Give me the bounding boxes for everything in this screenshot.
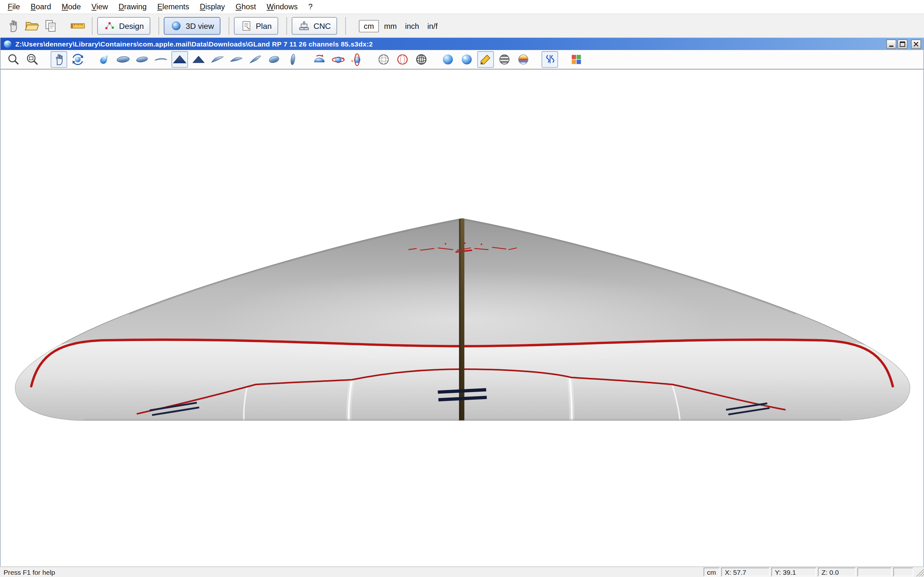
zoom-icon xyxy=(6,52,21,66)
tool-panel-triangle-filled-button[interactable] xyxy=(190,51,207,68)
status-z-coordinate: Z: 0.0 xyxy=(818,568,856,577)
rainbow-sphere-icon xyxy=(516,52,530,66)
minimize-button[interactable] xyxy=(886,39,896,48)
tool-rainbow-sphere-button[interactable] xyxy=(515,51,531,68)
tool-dome-rotate-button[interactable] xyxy=(311,51,328,68)
menu-file[interactable]: File xyxy=(2,1,25,13)
wing-3d-render xyxy=(1,69,923,566)
tool-pan-button[interactable] xyxy=(51,51,67,68)
wire-sphere-red-icon xyxy=(395,52,409,66)
mode-3dview-button[interactable]: 3D view xyxy=(164,17,220,35)
color-panels-icon xyxy=(570,53,583,66)
tool-ellipse-2-button[interactable] xyxy=(134,51,150,68)
copy-button[interactable] xyxy=(41,16,60,35)
pan-hand-icon xyxy=(52,52,66,66)
app-icon xyxy=(3,39,12,48)
profile-oval-icon xyxy=(267,52,281,66)
rotate-view-2-icon xyxy=(349,52,365,66)
menu-view[interactable]: View xyxy=(86,1,113,13)
panel-triangle-filled-icon xyxy=(192,52,206,66)
menu-windows[interactable]: Windows xyxy=(261,1,303,13)
tool-rotate-view-1-button[interactable] xyxy=(330,51,347,68)
rotate-view-1-icon xyxy=(330,52,346,66)
pointer-hand-icon xyxy=(5,18,21,34)
tool-orbit-button[interactable] xyxy=(69,51,86,68)
tool-edit-pencil-button[interactable] xyxy=(477,51,494,68)
tool-profile-1-button[interactable] xyxy=(209,51,226,68)
profile-1-icon xyxy=(210,52,225,66)
cnc-machine-icon xyxy=(298,20,310,32)
maximize-button[interactable] xyxy=(897,39,907,48)
mode-cnc-button[interactable]: CNC xyxy=(292,17,337,35)
measure-button[interactable] xyxy=(68,16,87,35)
tool-color-panels-button[interactable] xyxy=(568,51,585,68)
unit-cm[interactable]: cm xyxy=(359,20,379,32)
profile-blade-icon xyxy=(286,52,300,66)
toolbar-separator xyxy=(346,17,346,35)
tool-wire-sphere-dark-button[interactable] xyxy=(413,51,430,68)
tool-striped-sphere-button[interactable] xyxy=(496,51,513,68)
tool-profile-3-button[interactable] xyxy=(247,51,263,68)
menu-ghost[interactable]: Ghost xyxy=(230,1,262,13)
status-bar: Press F1 for help cm X: 57.7 Y: 39.1 Z: … xyxy=(0,566,924,577)
close-button[interactable] xyxy=(911,39,921,48)
tool-ellipse-1-button[interactable] xyxy=(115,51,131,68)
mode-design-button[interactable]: Design xyxy=(97,17,150,35)
open-file-button[interactable] xyxy=(23,16,41,35)
unit-mm[interactable]: mm xyxy=(381,20,400,31)
tool-shaded-sphere-1-button[interactable] xyxy=(439,51,456,68)
ellipse-2-icon xyxy=(135,52,149,66)
menu-board[interactable]: Board xyxy=(25,1,57,13)
pointer-hand-button[interactable] xyxy=(3,16,23,35)
shaded-sphere-1-icon xyxy=(441,52,455,66)
zoom-window-icon xyxy=(25,52,39,66)
open-folder-icon xyxy=(24,18,39,34)
resize-grip[interactable] xyxy=(915,568,924,577)
tool-rotate-view-2-button[interactable] xyxy=(349,51,365,68)
menu-display[interactable]: Display xyxy=(194,1,230,13)
copy-icon xyxy=(43,18,58,34)
menu-drawing[interactable]: Drawing xyxy=(113,1,152,13)
tool-shaded-sphere-2-button[interactable] xyxy=(459,51,475,68)
menu-elements[interactable]: Elements xyxy=(152,1,195,13)
tool-seam-view-button[interactable] xyxy=(541,51,558,68)
toolbar-separator xyxy=(158,17,159,35)
tool-profile-oval-button[interactable] xyxy=(266,51,282,68)
tool-wire-sphere-light-button[interactable] xyxy=(375,51,392,68)
status-unit: cm xyxy=(703,568,719,577)
status-help-text: Press F1 for help xyxy=(3,568,702,575)
toolbar-separator xyxy=(286,17,287,35)
menu-mode[interactable]: Mode xyxy=(57,1,86,13)
orbit-icon xyxy=(71,52,85,66)
document-titlebar[interactable]: Z:\Users\dennery\Library\Containers\com.… xyxy=(1,38,923,50)
status-empty-field xyxy=(857,568,892,577)
tool-zoom-button[interactable] xyxy=(5,51,22,68)
tool-zoom-window-button[interactable] xyxy=(24,51,40,68)
wire-sphere-light-icon xyxy=(376,52,391,66)
tool-drop-shape-button[interactable] xyxy=(96,51,112,68)
unit-inch[interactable]: inch xyxy=(402,20,422,31)
wire-sphere-dark-icon xyxy=(414,52,428,66)
close-icon xyxy=(912,40,920,47)
mode-design-label: Design xyxy=(119,21,144,31)
viewport-3d[interactable] xyxy=(1,69,923,566)
seam-view-icon xyxy=(543,52,557,66)
window-title: Z:\Users\dennery\Library\Containers\com.… xyxy=(15,40,885,47)
tool-profile-blade-button[interactable] xyxy=(284,51,301,68)
tool-curve-button[interactable] xyxy=(153,51,169,68)
status-empty-field xyxy=(893,568,913,577)
edit-pencil-icon xyxy=(478,52,493,66)
mode-plan-button[interactable]: Plan xyxy=(234,17,278,35)
unit-inf[interactable]: in/f xyxy=(425,20,441,31)
maximize-icon xyxy=(899,40,906,47)
dome-rotate-icon xyxy=(312,52,327,66)
tool-wire-sphere-red-button[interactable] xyxy=(394,51,411,68)
mode-cnc-label: CNC xyxy=(313,21,331,31)
status-x-coordinate: X: 57.7 xyxy=(721,568,770,577)
menu-help[interactable]: ? xyxy=(303,1,318,13)
minimize-icon xyxy=(887,40,895,47)
tool-panel-triangle-button[interactable] xyxy=(171,51,188,68)
shaded-sphere-2-icon xyxy=(460,52,474,66)
tool-profile-2-button[interactable] xyxy=(228,51,244,68)
plan-document-icon xyxy=(240,20,252,32)
